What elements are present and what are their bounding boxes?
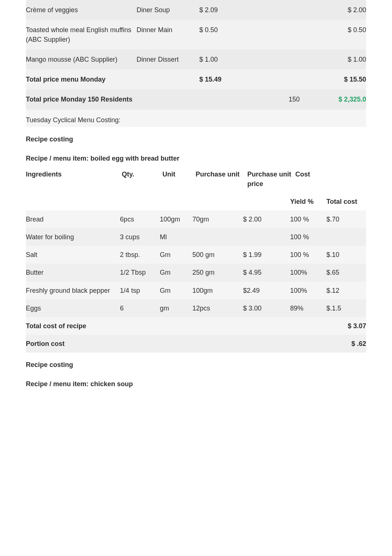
col-qty: Qty.	[122, 169, 162, 179]
cell-purchase-unit-price: $ 3.00	[243, 303, 290, 313]
cell-unit: 100gm	[160, 214, 192, 224]
col-yield: Yield %	[290, 197, 326, 206]
menu-grand-total-row: Total price Monday 150 Residents 150 $ 2…	[26, 89, 366, 109]
recipe-title: Recipe / menu item: chicken soup	[26, 372, 366, 391]
menu-item-ext: $ 0.50	[326, 25, 366, 35]
recipe-header-row: Ingredients Qty. Unit Purchase unit Purc…	[26, 165, 366, 193]
menu-row: Mango mousse (ABC Supplier) Dinner Disse…	[26, 49, 366, 69]
recipe-title: Recipe / menu item: boiled egg with brea…	[26, 146, 366, 165]
recipe-total-row: Total cost of recipe $ 3.07	[26, 317, 366, 335]
cell-purchase-unit-price: $ 4.95	[243, 268, 290, 277]
cell-purchase-unit-price: $2.49	[243, 286, 290, 295]
cell-ingredient: Butter	[26, 268, 120, 277]
cell-ingredient: Water for boiling	[26, 232, 120, 242]
recipe-row: Butter 1/2 Tbsp Gm 250 gm $ 4.95 100% $.…	[26, 264, 366, 281]
menu-grand-ext: $ 2,325.0	[326, 95, 366, 104]
cell-purchase-unit-price: $ 1.99	[243, 250, 290, 260]
menu-total-ext: $ 15.50	[326, 75, 366, 84]
recipe-subheader-row: Yield % Total cost	[26, 193, 366, 210]
recipe-row: Freshly ground black pepper 1/4 tsp Gm 1…	[26, 282, 366, 299]
cell-ingredient: Eggs	[26, 303, 120, 313]
recipe-costing-heading: Recipe costing	[26, 353, 366, 372]
menu-grand-label: Total price Monday 150 Residents	[26, 95, 199, 104]
menu-item-price: $ 1.00	[199, 55, 255, 64]
cell-total: $.1.5	[326, 303, 366, 313]
cell-purchase-unit: 250 gm	[192, 268, 243, 277]
menu-total-row: Total price menu Monday $ 15.49 $ 15.50	[26, 69, 366, 89]
portion-cost-value: $ .62	[326, 339, 366, 349]
cell-purchase-unit-price: $ 2.00	[243, 214, 290, 224]
menu-meal-type: Diner Soup	[137, 5, 199, 15]
recipe-row: Water for boiling 3 cups Ml 100 %	[26, 228, 366, 246]
col-purchase-unit: Purchase unit	[196, 169, 247, 179]
cell-total: $.70	[326, 214, 366, 224]
menu-meal-type: Dinner Dissert	[137, 55, 199, 64]
menu-meal-type: Dinner Main	[137, 25, 199, 35]
cell-qty: 2 tbsp.	[120, 250, 160, 260]
recipe-row: Bread 6pcs 100gm 70gm $ 2.00 100 % $.70	[26, 210, 366, 228]
cell-yield: 100%	[290, 268, 326, 277]
cell-purchase-unit: 70gm	[192, 214, 243, 224]
menu-item-price: $ 0.50	[199, 25, 255, 35]
cell-purchase-unit: 12pcs	[192, 303, 243, 313]
sub-section-heading: Tuesday Cyclical Menu Costing:	[26, 110, 366, 127]
cell-qty: 1/4 tsp	[120, 286, 160, 295]
cell-unit: Gm	[160, 250, 192, 260]
recipe-costing-heading: Recipe costing	[26, 127, 366, 146]
recipe-row: Salt 2 tbsp. Gm 500 gm $ 1.99 100 % $.10	[26, 246, 366, 264]
col-purchase-unit-price: Purchase unit price	[247, 169, 295, 189]
menu-item-ext: $ 1.00	[326, 55, 366, 64]
cell-yield: 89%	[290, 303, 326, 313]
menu-total-price: $ 15.49	[199, 75, 255, 84]
menu-row: Crème of veggies Diner Soup $ 2.09 $ 2.0…	[26, 0, 366, 20]
menu-item-name: Mango mousse (ABC Supplier)	[26, 55, 137, 64]
cell-purchase-unit: 100gm	[192, 286, 243, 295]
cell-yield: 100 %	[290, 214, 326, 224]
col-total-cost: Total cost	[326, 197, 366, 206]
menu-total-label: Total price menu Monday	[26, 75, 137, 84]
col-unit: Unit	[162, 169, 196, 179]
menu-item-name: Toasted whole meal English muffins (ABC …	[26, 25, 137, 44]
recipe-total-value: $ 3.07	[326, 321, 366, 331]
menu-item-name: Crème of veggies	[26, 5, 137, 15]
menu-grand-qty: 150	[289, 95, 326, 104]
cell-yield: 100%	[290, 286, 326, 295]
cell-yield: 100 %	[290, 232, 326, 242]
cell-yield: 100 %	[290, 250, 326, 260]
cell-qty: 6	[120, 303, 160, 313]
cell-total: $.10	[326, 250, 366, 260]
cell-ingredient: Bread	[26, 214, 120, 224]
sub-section-text: Tuesday Cyclical Menu Costing:	[26, 116, 120, 124]
cell-qty: 3 cups	[120, 232, 160, 242]
cell-qty: 6pcs	[120, 214, 160, 224]
recipe-total-label: Total cost of recipe	[26, 321, 326, 331]
cell-purchase-unit: 500 gm	[192, 250, 243, 260]
cell-unit: gm	[160, 303, 192, 313]
cell-qty: 1/2 Tbsp	[120, 268, 160, 277]
cell-unit: Gm	[160, 268, 192, 277]
col-cost: Cost	[295, 169, 332, 179]
cell-total: $.65	[326, 268, 366, 277]
cell-unit: Ml	[160, 232, 192, 242]
menu-item-price: $ 2.09	[199, 5, 255, 15]
menu-item-ext: $ 2.00	[326, 5, 366, 15]
portion-cost-label: Portion cost	[26, 339, 326, 349]
col-ingredients: Ingredients	[26, 169, 122, 179]
cell-unit: Gm	[160, 286, 192, 295]
cell-ingredient: Freshly ground black pepper	[26, 286, 120, 295]
menu-row: Toasted whole meal English muffins (ABC …	[26, 20, 366, 49]
portion-cost-row: Portion cost $ .62	[26, 335, 366, 353]
cell-ingredient: Salt	[26, 250, 120, 260]
cell-total: $.12	[326, 286, 366, 295]
recipe-row: Eggs 6 gm 12pcs $ 3.00 89% $.1.5	[26, 299, 366, 317]
